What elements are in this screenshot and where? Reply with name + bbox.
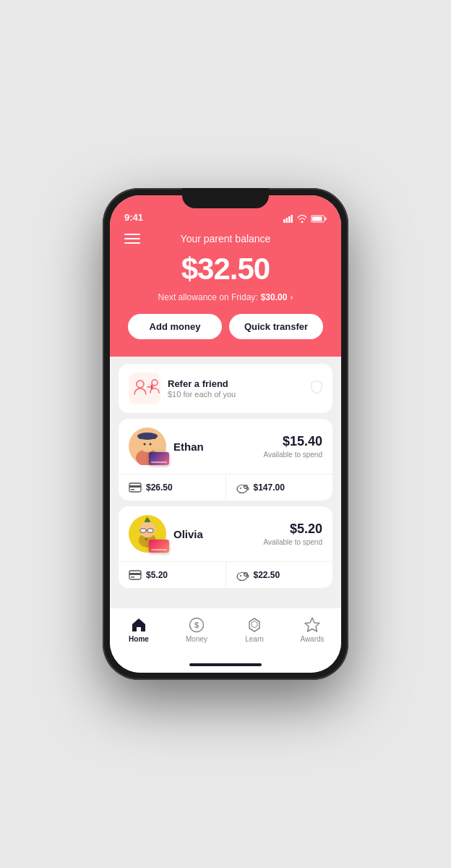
refer-title: Refer a friend — [168, 378, 236, 389]
piggy-icon — [236, 482, 249, 493]
quick-transfer-button[interactable]: Quick transfer — [229, 314, 323, 339]
olivia-card-stat: $5.20 — [119, 562, 226, 588]
phone-screen: 9:41 — [110, 195, 341, 673]
olivia-info: ✦ — [119, 506, 332, 561]
olivia-mini-card — [149, 540, 169, 553]
status-icons — [283, 215, 327, 223]
refer-icon — [129, 373, 160, 404]
olivia-avatar: ✦ — [129, 515, 166, 553]
home-icon — [131, 617, 147, 633]
money-nav-icon: $ — [189, 617, 205, 633]
svg-marker-43 — [252, 621, 257, 627]
nav-awards-label: Awards — [300, 635, 324, 643]
card-icon — [129, 482, 142, 493]
svg-rect-5 — [325, 218, 327, 221]
refer-subtitle: $10 for each of you — [168, 390, 236, 399]
nav-money[interactable]: $ Money — [168, 617, 226, 643]
piggy-icon-2 — [236, 569, 249, 581]
money-icon: $ — [189, 617, 205, 633]
svg-rect-29 — [140, 529, 146, 532]
olivia-balance-label: Available to spend — [263, 538, 322, 546]
ethan-card[interactable]: Ethan $15.40 Available to spend $26.50 — [119, 419, 332, 501]
phone-frame: 9:41 — [103, 188, 348, 680]
svg-rect-18 — [129, 485, 141, 488]
svg-rect-19 — [131, 489, 134, 490]
nav-money-label: Money — [186, 635, 207, 643]
learn-nav-icon — [246, 617, 262, 633]
status-time: 9:41 — [124, 212, 143, 223]
olivia-savings-stat: $22.50 — [226, 562, 333, 588]
card-icon-2 — [129, 570, 142, 580]
header: Your parent balance $32.50 Next allowanc… — [110, 227, 341, 357]
svg-point-24 — [240, 488, 241, 489]
olivia-name: Olivia — [173, 528, 256, 540]
awards-icon — [304, 617, 320, 633]
ethan-name: Ethan — [173, 441, 256, 453]
olivia-balance: $5.20 Available to spend — [263, 522, 322, 546]
shield-hint — [311, 380, 322, 397]
svg-rect-1 — [286, 218, 288, 223]
allowance-label: Next allowance on Friday: — [158, 292, 258, 302]
svg-point-39 — [240, 575, 241, 576]
svg-rect-2 — [288, 216, 291, 223]
shield-icon — [311, 380, 322, 394]
action-buttons: Add money Quick transfer — [124, 314, 327, 342]
home-nav-icon — [131, 617, 147, 633]
ethan-avatar — [129, 427, 166, 465]
chevron-right-icon: › — [290, 292, 293, 302]
ethan-info: Ethan $15.40 Available to spend — [119, 419, 332, 474]
wifi-icon — [297, 215, 307, 223]
ethan-stats: $26.50 $147.00 — [119, 474, 332, 501]
nav-home[interactable]: Home — [110, 617, 168, 643]
ethan-savings-value: $147.00 — [254, 482, 285, 493]
olivia-balance-amount: $5.20 — [263, 522, 322, 537]
bottom-nav: Home $ Money — [110, 608, 341, 657]
menu-icon[interactable] — [124, 234, 140, 244]
nav-home-label: Home — [129, 635, 149, 643]
awards-nav-icon — [304, 617, 320, 633]
home-indicator-bar — [189, 663, 262, 666]
svg-rect-3 — [291, 215, 293, 223]
header-top: Your parent balance — [124, 233, 327, 244]
ethan-balance-label: Available to spend — [263, 451, 322, 459]
svg-rect-30 — [147, 529, 153, 532]
ethan-mini-card — [149, 452, 169, 465]
nav-learn[interactable]: Learn — [226, 617, 283, 643]
refer-text: Refer a friend $10 for each of you — [168, 378, 236, 399]
ethan-card-value: $26.50 — [146, 482, 173, 493]
ethan-balance-amount: $15.40 — [263, 434, 322, 449]
ethan-savings-stat: $147.00 — [226, 475, 333, 501]
learn-icon — [246, 617, 262, 633]
allowance-amount: $30.00 — [261, 292, 288, 302]
olivia-stats: $5.20 $22.50 — [119, 561, 332, 588]
svg-rect-6 — [312, 217, 322, 221]
svg-rect-14 — [139, 435, 156, 439]
battery-icon — [311, 215, 327, 223]
svg-text:$: $ — [194, 621, 199, 629]
nav-learn-label: Learn — [245, 635, 264, 643]
main-content: Refer a friend $10 for each of you — [110, 357, 341, 608]
balance-amount: $32.50 — [124, 252, 327, 286]
ethan-balance: $15.40 Available to spend — [263, 434, 322, 459]
header-title: Your parent balance — [140, 233, 311, 244]
olivia-savings-value: $22.50 — [254, 570, 280, 580]
allowance-text: Next allowance on Friday: $30.00 › — [124, 292, 327, 302]
olivia-card[interactable]: ✦ — [119, 506, 332, 588]
refer-banner[interactable]: Refer a friend $10 for each of you — [119, 364, 332, 413]
svg-rect-34 — [131, 576, 134, 578]
home-indicator — [110, 657, 341, 673]
signal-icon — [283, 215, 293, 223]
olivia-card-value: $5.20 — [146, 570, 168, 580]
svg-point-15 — [144, 443, 146, 446]
ethan-card-stat: $26.50 — [119, 475, 226, 501]
svg-rect-0 — [283, 219, 285, 223]
svg-rect-33 — [129, 573, 141, 575]
svg-marker-42 — [249, 618, 259, 631]
svg-point-16 — [150, 443, 152, 446]
notch — [182, 188, 269, 208]
add-money-button[interactable]: Add money — [128, 314, 222, 339]
nav-awards[interactable]: Awards — [283, 617, 341, 643]
